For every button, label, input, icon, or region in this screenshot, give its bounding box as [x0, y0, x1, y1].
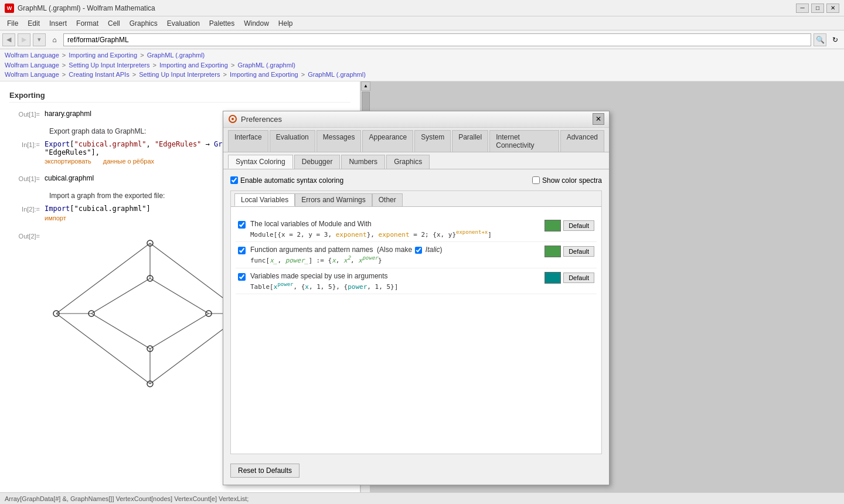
svg-line-5: [150, 314, 209, 349]
rule-local-var-actions: Default: [544, 220, 594, 231]
localtab-errors[interactable]: Errors and Warnings: [295, 193, 372, 206]
breadcrumbs: Wolfram Language > Importing and Exporti…: [0, 49, 844, 81]
subtab-syntax-coloring[interactable]: Syntax Coloring: [228, 155, 293, 169]
main-tabs: Interface Evaluation Messages Appearance…: [223, 128, 609, 152]
svg-line-3: [56, 243, 150, 314]
rule-func-args-default-btn[interactable]: Default: [563, 246, 594, 257]
rule-special-vars-default-btn[interactable]: Default: [563, 273, 594, 283]
rule-func-args-example: func[x_, power_] := {x, x2, xpower}: [250, 255, 544, 264]
window-controls[interactable]: ─ □ ✕: [796, 4, 839, 13]
url-input[interactable]: [63, 33, 811, 46]
maximize-button[interactable]: □: [811, 4, 824, 13]
close-button[interactable]: ✕: [826, 4, 839, 13]
rule-special-vars: Variables made special by use in argumen…: [236, 268, 597, 295]
breadcrumb-graphml-2[interactable]: GraphML (.graphml): [237, 62, 295, 69]
in2-label: In[2]:=: [9, 205, 45, 213]
reset-row: Reset to Defaults: [230, 464, 602, 478]
tab-advanced[interactable]: Advanced: [560, 130, 604, 152]
breadcrumb-import-export-1[interactable]: Importing and Exporting: [69, 52, 137, 59]
import-link[interactable]: импорт: [45, 214, 66, 222]
bottom-bar: Array[GraphData[#] &, GraphNames[]] Vert…: [0, 492, 844, 504]
rule-func-args-description: Function arguments and pattern names (Al…: [250, 246, 544, 264]
menu-evaluation[interactable]: Evaluation: [162, 18, 205, 29]
dialog-close-button[interactable]: ✕: [593, 113, 604, 125]
breadcrumb-wolfram-lang-3[interactable]: Wolfram Language: [5, 71, 59, 78]
menu-format[interactable]: Format: [72, 18, 103, 29]
breadcrumb-instant-apis[interactable]: Creating Instant APIs: [69, 71, 129, 78]
rule-local-var-color-swatch[interactable]: [544, 220, 561, 231]
menu-edit[interactable]: Edit: [23, 18, 45, 29]
search-button[interactable]: 🔍: [814, 33, 826, 46]
rule-special-vars-example: Table[xpower, {x, 1, 5}, {power, 1, 5}]: [250, 281, 544, 291]
edge-rules-link[interactable]: данные о рёбрах: [103, 158, 154, 165]
subtab-debugger[interactable]: Debugger: [294, 155, 341, 169]
enable-syntax-label[interactable]: Enable automatic syntax coloring: [230, 176, 343, 185]
menu-cell[interactable]: Cell: [103, 18, 125, 29]
tab-parallel[interactable]: Parallel: [452, 130, 488, 152]
breadcrumb-import-export-3[interactable]: Importing and Exporting: [230, 71, 298, 78]
out2-label: Out[2]=: [9, 231, 45, 240]
localtab-local-variables[interactable]: Local Variables: [234, 193, 295, 206]
rule-func-args-checkbox[interactable]: [238, 247, 246, 254]
rule-func-args-actions: Default: [544, 246, 594, 257]
main-area: Exporting Out[1]= harary.graphml Export …: [0, 81, 844, 505]
rule-local-var-description: The local variables of Module and With M…: [250, 220, 544, 239]
svg-line-2: [56, 314, 150, 384]
tab-evaluation[interactable]: Evaluation: [270, 130, 315, 152]
enable-syntax-checkbox[interactable]: [230, 176, 238, 184]
localtab-other[interactable]: Other: [372, 193, 403, 206]
rule-local-var-checkbox[interactable]: [238, 221, 246, 229]
rule-local-var-title: The local variables of Module and With: [250, 220, 544, 228]
breadcrumb-wolfram-lang-1[interactable]: Wolfram Language: [5, 52, 59, 59]
out1-value: harary.graphml: [45, 110, 91, 118]
reset-to-defaults-button[interactable]: Reset to Defaults: [230, 464, 300, 478]
breadcrumb-input-interpreters[interactable]: Setting Up Input Interpreters: [69, 62, 149, 69]
scroll-up-button[interactable]: ▲: [361, 81, 370, 91]
local-var-tabs: Local Variables Errors and Warnings Othe…: [231, 191, 601, 207]
forward-button[interactable]: ▶: [18, 33, 30, 46]
italic-label: Italic: [426, 246, 440, 254]
tab-messages[interactable]: Messages: [316, 130, 362, 152]
menu-graphics[interactable]: Graphics: [125, 18, 162, 29]
breadcrumb-import-export-2[interactable]: Importing and Exporting: [159, 62, 228, 69]
menu-file[interactable]: File: [2, 18, 23, 29]
bottom-bar-text: Array[GraphData[#] &, GraphNames[]] Vert…: [5, 495, 249, 502]
reload-button[interactable]: ↻: [829, 33, 842, 46]
preferences-icon: [228, 114, 237, 124]
breadcrumb-wolfram-lang-2[interactable]: Wolfram Language: [5, 62, 59, 69]
breadcrumb-graphml-1[interactable]: GraphML (.graphml): [147, 52, 205, 59]
tab-internet[interactable]: Internet Connectivity: [489, 130, 559, 152]
breadcrumb-input-interpreters-2[interactable]: Setting Up Input Interpreters: [139, 71, 220, 78]
svg-line-4: [150, 278, 209, 314]
dialog-title-bar: Preferences ✕: [223, 111, 609, 128]
rule-func-args-title: Function arguments and pattern names (Al…: [250, 246, 544, 254]
dropdown-button[interactable]: ▾: [33, 33, 46, 46]
show-spectra-text: Show color spectra: [542, 176, 602, 185]
home-button[interactable]: ⌂: [48, 33, 61, 46]
breadcrumb-graphml-3[interactable]: GraphML (.graphml): [308, 71, 366, 78]
export-link[interactable]: экспортировать: [45, 158, 91, 165]
tab-interface[interactable]: Interface: [228, 130, 268, 152]
title-bar: W GraphML (.graphml) - Wolfram Mathemati…: [0, 0, 844, 16]
out1b-value: cubical.graphml: [45, 174, 94, 182]
menu-insert[interactable]: Insert: [45, 18, 72, 29]
rule-func-args-color-swatch[interactable]: [544, 246, 561, 257]
rule-special-vars-color-swatch[interactable]: [544, 272, 561, 284]
menu-help[interactable]: Help: [274, 18, 298, 29]
italic-checkbox[interactable]: [415, 247, 422, 254]
rule-local-var-example: Module[{x = 2, y = 3, exponent}, exponen…: [250, 229, 544, 239]
menu-window[interactable]: Window: [239, 18, 274, 29]
tab-appearance[interactable]: Appearance: [362, 130, 413, 152]
show-spectra-checkbox[interactable]: [532, 176, 540, 184]
back-button[interactable]: ◀: [2, 33, 15, 46]
subtab-graphics[interactable]: Graphics: [386, 155, 430, 169]
menu-palettes[interactable]: Palettes: [205, 18, 239, 29]
sub-tabs: Syntax Coloring Debugger Numbers Graphic…: [223, 152, 609, 169]
subtab-numbers[interactable]: Numbers: [341, 155, 385, 169]
minimize-button[interactable]: ─: [796, 4, 809, 13]
rule-special-vars-checkbox[interactable]: [238, 273, 246, 281]
tab-system[interactable]: System: [414, 130, 451, 152]
rule-local-variables: The local variables of Module and With M…: [236, 216, 597, 243]
app-icon: W: [5, 4, 14, 13]
rule-local-var-default-btn[interactable]: Default: [563, 220, 594, 231]
